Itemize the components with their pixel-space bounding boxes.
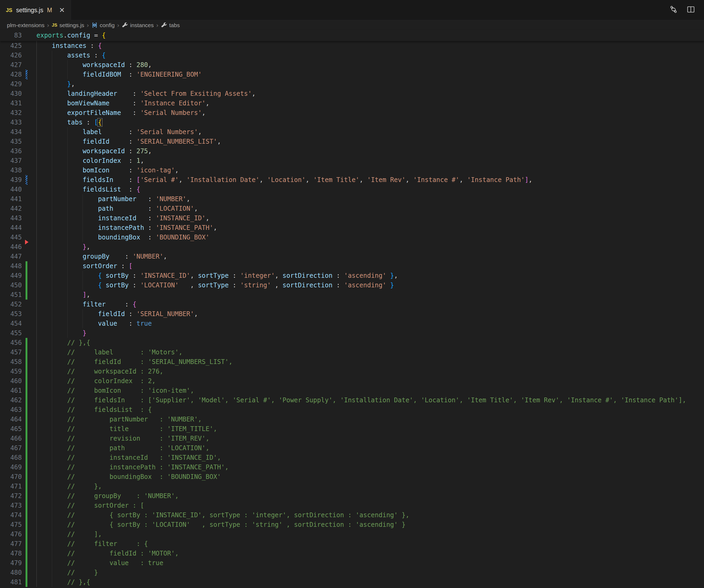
code-line[interactable]: 448 sortOrder : [ <box>0 261 704 271</box>
git-added-gutter[interactable] <box>25 424 27 434</box>
code-line[interactable]: 425 instances : { <box>0 41 704 51</box>
code-line[interactable]: 440 fieldsList : { <box>0 185 704 194</box>
line-number[interactable]: 448 <box>0 261 22 271</box>
line-number[interactable]: 83 <box>0 30 22 41</box>
git-added-gutter[interactable] <box>25 405 27 415</box>
line-number[interactable]: 460 <box>0 376 22 386</box>
line-number[interactable]: 479 <box>0 558 22 568</box>
line-number[interactable]: 464 <box>0 415 22 424</box>
git-added-gutter[interactable] <box>25 577 27 587</box>
code-line[interactable]: 476 // ], <box>0 529 704 539</box>
line-number[interactable]: 466 <box>0 434 22 443</box>
line-number[interactable]: 429 <box>0 79 22 89</box>
git-modified-gutter[interactable] <box>25 175 27 185</box>
code-line[interactable]: 444 instancePath : 'INSTANCE_PATH', <box>0 223 704 233</box>
line-number[interactable]: 440 <box>0 185 22 194</box>
git-deleted-marker[interactable] <box>25 240 28 244</box>
code-line[interactable]: 469 // instancePath : 'INSTANCE_PATH', <box>0 462 704 472</box>
code-line[interactable]: 477 // filter : { <box>0 539 704 549</box>
code-line[interactable]: 479 // value : true <box>0 558 704 568</box>
code-line[interactable]: 460 // colorIndex : 2, <box>0 376 704 386</box>
code-line[interactable]: 481 // },{ <box>0 577 704 587</box>
code-line[interactable]: 431 bomViewName : 'Instance Editor', <box>0 99 704 108</box>
git-added-gutter[interactable] <box>25 568 27 577</box>
code-line[interactable]: 447 groupBy : 'NUMBER', <box>0 252 704 261</box>
line-number[interactable]: 450 <box>0 281 22 290</box>
line-number[interactable]: 442 <box>0 204 22 214</box>
line-number[interactable]: 433 <box>0 118 22 127</box>
code-line[interactable]: 441 partNumber : 'NUMBER', <box>0 194 704 204</box>
line-number[interactable]: 441 <box>0 194 22 204</box>
line-number[interactable]: 455 <box>0 328 22 338</box>
git-added-gutter[interactable] <box>25 501 27 510</box>
code-line[interactable]: 432 exportFileName : 'Serial Numbers', <box>0 108 704 118</box>
close-icon[interactable]: ✕ <box>59 6 65 14</box>
git-modified-gutter[interactable] <box>25 70 27 79</box>
line-number[interactable]: 473 <box>0 501 22 510</box>
line-number[interactable]: 468 <box>0 453 22 462</box>
line-number[interactable]: 425 <box>0 41 22 51</box>
line-number[interactable]: 459 <box>0 367 22 376</box>
split-editor-icon[interactable] <box>687 5 695 15</box>
line-number[interactable]: 434 <box>0 127 22 137</box>
code-line[interactable]: 437 colorIndex : 1, <box>0 156 704 166</box>
line-number[interactable]: 435 <box>0 137 22 146</box>
code-line[interactable]: 480 // } <box>0 568 704 577</box>
code-line[interactable]: 461 // bomIcon : 'icon-item', <box>0 386 704 395</box>
code-line[interactable]: 457 // label : 'Motors', <box>0 348 704 357</box>
line-number[interactable]: 430 <box>0 89 22 99</box>
code-line[interactable]: 474 // { sortBy : 'INSTANCE_ID', sortTyp… <box>0 510 704 520</box>
line-number[interactable]: 444 <box>0 223 22 233</box>
code-line[interactable]: 467 // path : 'LOCATION', <box>0 443 704 453</box>
line-number[interactable]: 453 <box>0 309 22 319</box>
line-number[interactable]: 478 <box>0 549 22 558</box>
git-added-gutter[interactable] <box>25 376 27 386</box>
code-line[interactable]: 435 fieldId : 'SERIAL_NUMBERS_LIST', <box>0 137 704 146</box>
line-number[interactable]: 456 <box>0 338 22 348</box>
tab-settings-js[interactable]: JS settings.js M ✕ <box>0 0 71 20</box>
git-added-gutter[interactable] <box>25 338 27 348</box>
code-line[interactable]: 478 // fieldId : 'MOTOR', <box>0 549 704 558</box>
code-line[interactable]: 470 // boundingBox : 'BOUNDING_BOX' <box>0 472 704 482</box>
code-line[interactable]: 462 // fieldsIn : ['Supplier', 'Model', … <box>0 395 704 405</box>
git-added-gutter[interactable] <box>25 539 27 549</box>
git-added-gutter[interactable] <box>25 395 27 405</box>
code-line[interactable]: 452 filter : { <box>0 300 704 309</box>
line-number[interactable]: 470 <box>0 472 22 482</box>
code-line[interactable]: 454 value : true <box>0 319 704 328</box>
line-number[interactable]: 463 <box>0 405 22 415</box>
code-line[interactable]: 449 { sortBy : 'INSTANCE_ID', sortType :… <box>0 271 704 281</box>
code-line[interactable]: 426 assets : { <box>0 51 704 60</box>
line-number[interactable]: 481 <box>0 577 22 587</box>
git-added-gutter[interactable] <box>25 558 27 568</box>
git-added-gutter[interactable] <box>25 357 27 367</box>
line-number[interactable]: 458 <box>0 357 22 367</box>
git-added-gutter[interactable] <box>25 462 27 472</box>
line-number[interactable]: 438 <box>0 166 22 175</box>
line-number[interactable]: 437 <box>0 156 22 166</box>
line-number[interactable]: 428 <box>0 70 22 79</box>
line-number[interactable]: 449 <box>0 271 22 281</box>
line-number[interactable]: 474 <box>0 510 22 520</box>
breadcrumb-item-tabs[interactable]: tabs <box>161 22 180 28</box>
line-number[interactable]: 447 <box>0 252 22 261</box>
git-added-gutter[interactable] <box>25 281 27 290</box>
code-line[interactable]: 438 bomIcon : 'icon-tag', <box>0 166 704 175</box>
git-added-gutter[interactable] <box>25 386 27 395</box>
breadcrumb-item-config[interactable]: config <box>92 22 115 28</box>
breadcrumb-item-settings-js[interactable]: JSsettings.js <box>52 22 84 28</box>
compare-changes-icon[interactable] <box>669 5 678 15</box>
code-line[interactable]: 463 // fieldsList : { <box>0 405 704 415</box>
code-line[interactable]: 471 // }, <box>0 482 704 491</box>
line-number[interactable]: 443 <box>0 214 22 223</box>
line-number[interactable]: 461 <box>0 386 22 395</box>
code-line[interactable]: 427 workspaceId : 280, <box>0 60 704 70</box>
code-line[interactable]: 464 // partNumber : 'NUMBER', <box>0 415 704 424</box>
line-number[interactable]: 451 <box>0 290 22 300</box>
code-line[interactable]: 445 boundingBox : 'BOUNDING_BOX' <box>0 233 704 242</box>
line-number[interactable]: 436 <box>0 146 22 156</box>
code-line[interactable]: 465 // title : 'ITEM_TITLE', <box>0 424 704 434</box>
line-number[interactable]: 469 <box>0 462 22 472</box>
code-line[interactable]: 428 fieldIdBOM : 'ENGINEERING_BOM' <box>0 70 704 79</box>
line-number[interactable]: 431 <box>0 99 22 108</box>
